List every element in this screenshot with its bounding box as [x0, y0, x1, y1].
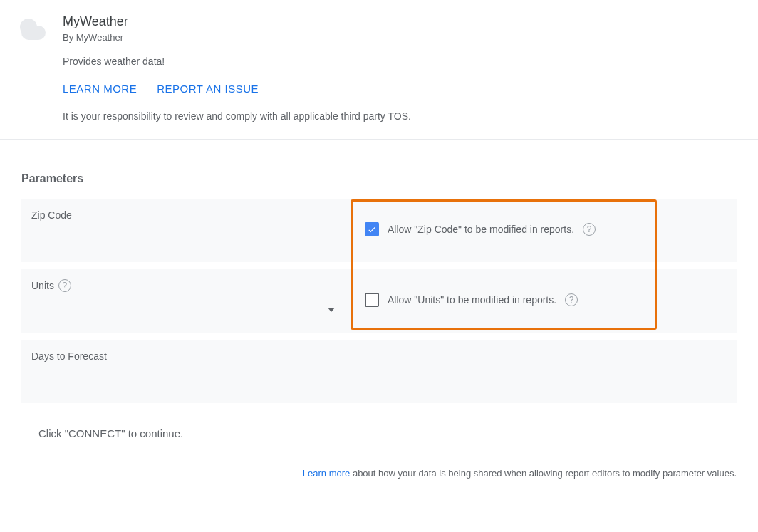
param-label: Days to Forecast	[31, 350, 107, 362]
footer-note: Learn more about how your data is being …	[0, 461, 758, 493]
param-row-days-to-forecast: Days to Forecast	[21, 340, 737, 403]
param-label: Zip Code	[31, 209, 72, 221]
allow-label: Allow "Zip Code" to be modified in repor…	[388, 224, 574, 235]
learn-more-link[interactable]: LEARN MORE	[63, 83, 137, 95]
footer-learn-more-link[interactable]: Learn more	[303, 468, 350, 479]
connector-description: Provides weather data!	[63, 56, 744, 67]
help-icon[interactable]: ?	[58, 279, 71, 292]
days-to-forecast-input[interactable]	[31, 366, 338, 390]
footer-text: about how your data is being shared when…	[350, 468, 737, 479]
param-row-zip-code: Zip Code Allow "Zip Code" to be modified…	[21, 199, 737, 262]
allow-units-checkbox[interactable]	[365, 293, 379, 307]
connector-byline: By MyWeather	[63, 32, 744, 43]
allow-zip-code-checkbox[interactable]	[365, 222, 379, 236]
connector-header: MyWeather By MyWeather Provides weather …	[0, 0, 758, 140]
continue-hint: Click "CONNECT" to continue.	[21, 410, 737, 447]
parameters-heading: Parameters	[21, 172, 737, 185]
connector-logo	[14, 14, 48, 38]
cloud-icon	[16, 19, 47, 38]
tos-note: It is your responsibility to review and …	[63, 110, 744, 122]
connector-title: MyWeather	[63, 14, 744, 29]
help-icon[interactable]: ?	[583, 223, 596, 236]
param-row-units: Units ? Allow "Units" to be modified in …	[21, 269, 737, 333]
zip-code-input[interactable]	[31, 225, 338, 249]
param-label: Units	[31, 280, 54, 291]
parameters-list: Zip Code Allow "Zip Code" to be modified…	[21, 199, 737, 403]
report-issue-link[interactable]: REPORT AN ISSUE	[157, 83, 259, 95]
allow-label: Allow "Units" to be modified in reports.	[388, 294, 556, 306]
units-select[interactable]	[31, 296, 338, 320]
help-icon[interactable]: ?	[565, 293, 578, 306]
